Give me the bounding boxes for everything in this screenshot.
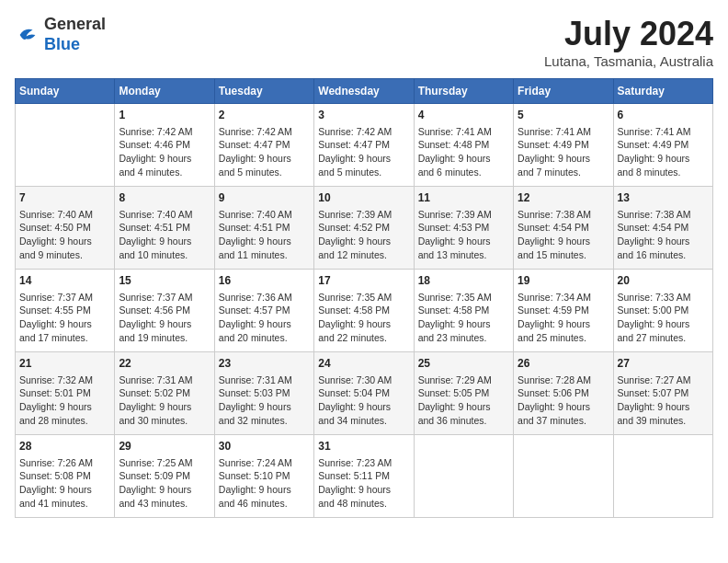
day-number: 20 [618,273,709,289]
calendar-cell: 17Sunrise: 7:35 AM Sunset: 4:58 PM Dayli… [314,270,414,352]
day-number: 6 [618,108,709,123]
calendar-cell: 9Sunrise: 7:40 AM Sunset: 4:51 PM Daylig… [214,187,313,270]
calendar-cell: 1Sunrise: 7:42 AM Sunset: 4:46 PM Daylig… [115,104,214,187]
calendar-cell [16,104,115,187]
calendar-body: 1Sunrise: 7:42 AM Sunset: 4:46 PM Daylig… [16,104,713,518]
day-number: 24 [318,356,409,372]
calendar-cell: 22Sunrise: 7:31 AM Sunset: 5:02 PM Dayli… [115,352,214,435]
header-cell-saturday: Saturday [613,79,712,104]
day-info: Sunrise: 7:36 AM Sunset: 4:57 PM Dayligh… [219,291,310,345]
header-cell-thursday: Thursday [414,79,513,104]
logo-bird-icon [15,22,40,48]
day-info: Sunrise: 7:30 AM Sunset: 5:04 PM Dayligh… [318,373,409,428]
day-info: Sunrise: 7:27 AM Sunset: 5:07 PM Dayligh… [618,373,709,428]
day-info: Sunrise: 7:34 AM Sunset: 4:59 PM Dayligh… [518,291,609,345]
day-info: Sunrise: 7:42 AM Sunset: 4:47 PM Dayligh… [318,125,409,179]
header-row: SundayMondayTuesdayWednesdayThursdayFrid… [16,79,713,104]
calendar-cell: 13Sunrise: 7:38 AM Sunset: 4:54 PM Dayli… [613,187,712,270]
calendar-cell: 6Sunrise: 7:41 AM Sunset: 4:49 PM Daylig… [613,104,712,187]
day-info: Sunrise: 7:32 AM Sunset: 5:01 PM Dayligh… [19,373,110,428]
day-number: 2 [219,108,310,123]
calendar-cell: 30Sunrise: 7:24 AM Sunset: 5:10 PM Dayli… [214,435,313,518]
day-number: 10 [318,190,409,206]
day-info: Sunrise: 7:37 AM Sunset: 4:56 PM Dayligh… [119,291,210,345]
logo-text: General Blue [44,15,106,54]
calendar-cell: 14Sunrise: 7:37 AM Sunset: 4:55 PM Dayli… [16,270,115,352]
week-row-2: 7Sunrise: 7:40 AM Sunset: 4:50 PM Daylig… [16,187,713,270]
week-row-1: 1Sunrise: 7:42 AM Sunset: 4:46 PM Daylig… [16,104,713,187]
day-info: Sunrise: 7:40 AM Sunset: 4:51 PM Dayligh… [219,208,310,262]
day-number: 4 [418,108,509,123]
day-number: 31 [318,439,409,454]
calendar-cell: 5Sunrise: 7:41 AM Sunset: 4:49 PM Daylig… [514,104,613,187]
day-info: Sunrise: 7:25 AM Sunset: 5:09 PM Dayligh… [119,456,210,511]
calendar-cell: 15Sunrise: 7:37 AM Sunset: 4:56 PM Dayli… [115,270,214,352]
calendar-cell: 11Sunrise: 7:39 AM Sunset: 4:53 PM Dayli… [414,187,513,270]
location: Lutana, Tasmania, Australia [544,53,713,69]
week-row-5: 28Sunrise: 7:26 AM Sunset: 5:08 PM Dayli… [16,435,713,518]
calendar-cell: 27Sunrise: 7:27 AM Sunset: 5:07 PM Dayli… [613,352,712,435]
day-info: Sunrise: 7:38 AM Sunset: 4:54 PM Dayligh… [518,208,609,262]
day-info: Sunrise: 7:39 AM Sunset: 4:53 PM Dayligh… [418,208,509,262]
calendar-cell: 3Sunrise: 7:42 AM Sunset: 4:47 PM Daylig… [314,104,414,187]
calendar-cell: 18Sunrise: 7:35 AM Sunset: 4:58 PM Dayli… [414,270,513,352]
day-info: Sunrise: 7:26 AM Sunset: 5:08 PM Dayligh… [19,456,110,511]
calendar-cell: 16Sunrise: 7:36 AM Sunset: 4:57 PM Dayli… [214,270,313,352]
calendar-cell: 21Sunrise: 7:32 AM Sunset: 5:01 PM Dayli… [16,352,115,435]
day-info: Sunrise: 7:33 AM Sunset: 5:00 PM Dayligh… [618,291,709,345]
day-number: 23 [219,356,310,372]
calendar-cell: 20Sunrise: 7:33 AM Sunset: 5:00 PM Dayli… [613,270,712,352]
day-number: 15 [119,273,210,289]
calendar-cell: 19Sunrise: 7:34 AM Sunset: 4:59 PM Dayli… [514,270,613,352]
day-number: 5 [518,108,609,123]
day-number: 17 [318,273,409,289]
calendar-cell: 29Sunrise: 7:25 AM Sunset: 5:09 PM Dayli… [115,435,214,518]
day-number: 16 [219,273,310,289]
day-info: Sunrise: 7:23 AM Sunset: 5:11 PM Dayligh… [318,456,409,511]
calendar-cell: 24Sunrise: 7:30 AM Sunset: 5:04 PM Dayli… [314,352,414,435]
day-number: 1 [119,108,210,123]
day-number: 3 [318,108,409,123]
logo: General Blue [15,15,106,54]
day-number: 9 [219,190,310,206]
header-cell-wednesday: Wednesday [314,79,414,104]
calendar-cell: 23Sunrise: 7:31 AM Sunset: 5:03 PM Dayli… [214,352,313,435]
calendar-cell: 4Sunrise: 7:41 AM Sunset: 4:48 PM Daylig… [414,104,513,187]
day-info: Sunrise: 7:35 AM Sunset: 4:58 PM Dayligh… [318,291,409,345]
day-number: 27 [618,356,709,372]
day-info: Sunrise: 7:40 AM Sunset: 4:51 PM Dayligh… [119,208,210,262]
day-number: 25 [418,356,509,372]
day-info: Sunrise: 7:41 AM Sunset: 4:49 PM Dayligh… [518,125,609,179]
calendar-cell: 26Sunrise: 7:28 AM Sunset: 5:06 PM Dayli… [514,352,613,435]
day-number: 14 [19,273,110,289]
day-number: 7 [19,190,110,206]
day-info: Sunrise: 7:42 AM Sunset: 4:46 PM Dayligh… [119,125,210,179]
header-cell-tuesday: Tuesday [214,79,313,104]
day-info: Sunrise: 7:41 AM Sunset: 4:48 PM Dayligh… [418,125,509,179]
title-block: July 2024 Lutana, Tasmania, Australia [544,15,713,69]
logo-blue: Blue [44,35,80,53]
day-info: Sunrise: 7:29 AM Sunset: 5:05 PM Dayligh… [418,373,509,428]
day-info: Sunrise: 7:41 AM Sunset: 4:49 PM Dayligh… [618,125,709,179]
day-number: 8 [119,190,210,206]
week-row-4: 21Sunrise: 7:32 AM Sunset: 5:01 PM Dayli… [16,352,713,435]
calendar-cell [514,435,613,518]
calendar-table: SundayMondayTuesdayWednesdayThursdayFrid… [15,78,713,518]
day-number: 30 [219,439,310,454]
day-info: Sunrise: 7:24 AM Sunset: 5:10 PM Dayligh… [219,456,310,511]
header-cell-monday: Monday [115,79,214,104]
header-cell-sunday: Sunday [16,79,115,104]
header-cell-friday: Friday [514,79,613,104]
day-info: Sunrise: 7:28 AM Sunset: 5:06 PM Dayligh… [518,373,609,428]
day-number: 26 [518,356,609,372]
calendar-cell: 2Sunrise: 7:42 AM Sunset: 4:47 PM Daylig… [214,104,313,187]
calendar-cell: 25Sunrise: 7:29 AM Sunset: 5:05 PM Dayli… [414,352,513,435]
day-info: Sunrise: 7:31 AM Sunset: 5:03 PM Dayligh… [219,373,310,428]
day-info: Sunrise: 7:38 AM Sunset: 4:54 PM Dayligh… [618,208,709,262]
day-info: Sunrise: 7:40 AM Sunset: 4:50 PM Dayligh… [19,208,110,262]
calendar-cell: 8Sunrise: 7:40 AM Sunset: 4:51 PM Daylig… [115,187,214,270]
day-number: 18 [418,273,509,289]
day-number: 11 [418,190,509,206]
day-info: Sunrise: 7:37 AM Sunset: 4:55 PM Dayligh… [19,291,110,345]
day-number: 21 [19,356,110,372]
